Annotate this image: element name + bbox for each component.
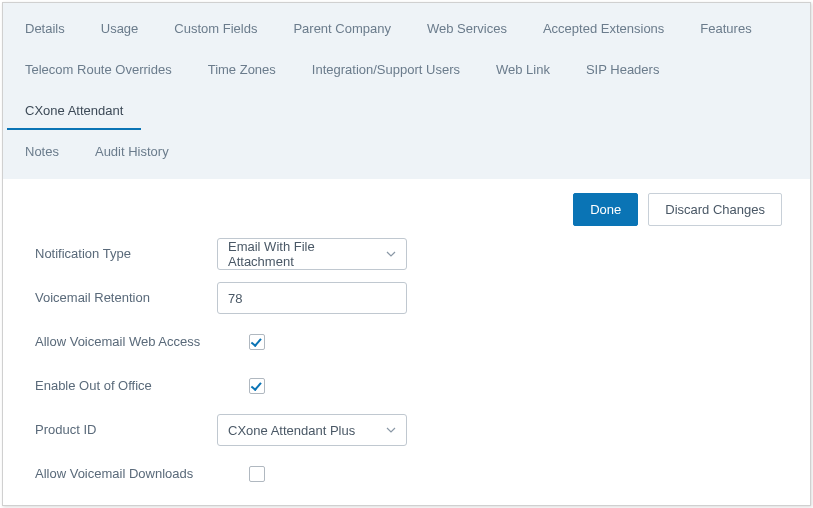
row-allow-downloads: Allow Voicemail Downloads xyxy=(35,456,800,492)
tab-sip-headers[interactable]: SIP Headers xyxy=(568,52,677,89)
row-voicemail-retention: Voicemail Retention 78 xyxy=(35,280,800,316)
tabs-row-2: Telecom Route Overrides Time Zones Integ… xyxy=(7,52,806,134)
input-voicemail-retention-value: 78 xyxy=(228,291,242,306)
label-voicemail-retention: Voicemail Retention xyxy=(35,290,217,307)
actions-row: Done Discard Changes xyxy=(3,179,810,232)
label-allow-web-access: Allow Voicemail Web Access xyxy=(35,334,217,351)
tab-details[interactable]: Details xyxy=(7,11,83,48)
tab-integration-support-users[interactable]: Integration/Support Users xyxy=(294,52,478,89)
row-notify-missed: Notify Missed Calls xyxy=(35,500,800,508)
input-voicemail-retention[interactable]: 78 xyxy=(217,282,407,314)
config-panel: Details Usage Custom Fields Parent Compa… xyxy=(2,2,811,506)
row-notification-type: Notification Type Email With File Attach… xyxy=(35,236,800,272)
tab-accepted-extensions[interactable]: Accepted Extensions xyxy=(525,11,682,48)
label-notification-type: Notification Type xyxy=(35,246,217,263)
chevron-down-icon xyxy=(386,427,396,433)
checkbox-allow-web-access[interactable] xyxy=(249,334,265,350)
tab-web-link[interactable]: Web Link xyxy=(478,52,568,89)
tab-telecom-route-overrides[interactable]: Telecom Route Overrides xyxy=(7,52,190,89)
tab-time-zones[interactable]: Time Zones xyxy=(190,52,294,89)
label-product-id: Product ID xyxy=(35,422,217,439)
select-notification-type-value: Email With File Attachment xyxy=(228,239,376,269)
checkbox-allow-downloads[interactable] xyxy=(249,466,265,482)
tabs-row-3: Notes Audit History xyxy=(7,134,806,175)
tab-custom-fields[interactable]: Custom Fields xyxy=(156,11,275,48)
done-button[interactable]: Done xyxy=(573,193,638,226)
select-notification-type[interactable]: Email With File Attachment xyxy=(217,238,407,270)
row-allow-web-access: Allow Voicemail Web Access xyxy=(35,324,800,360)
tabs-row-1: Details Usage Custom Fields Parent Compa… xyxy=(7,11,806,52)
label-enable-ooo: Enable Out of Office xyxy=(35,378,217,395)
select-product-id-value: CXone Attendant Plus xyxy=(228,423,355,438)
row-enable-ooo: Enable Out of Office xyxy=(35,368,800,404)
cxone-attendant-form: Notification Type Email With File Attach… xyxy=(3,232,810,508)
tabs-container: Details Usage Custom Fields Parent Compa… xyxy=(3,3,810,179)
tab-audit-history[interactable]: Audit History xyxy=(77,134,187,171)
chevron-down-icon xyxy=(386,251,396,257)
label-allow-downloads: Allow Voicemail Downloads xyxy=(35,466,217,483)
tab-notes[interactable]: Notes xyxy=(7,134,77,171)
tab-web-services[interactable]: Web Services xyxy=(409,11,525,48)
tab-usage[interactable]: Usage xyxy=(83,11,157,48)
tab-cxone-attendant[interactable]: CXone Attendant xyxy=(7,93,141,130)
select-product-id[interactable]: CXone Attendant Plus xyxy=(217,414,407,446)
row-product-id: Product ID CXone Attendant Plus xyxy=(35,412,800,448)
discard-changes-button[interactable]: Discard Changes xyxy=(648,193,782,226)
checkbox-enable-ooo[interactable] xyxy=(249,378,265,394)
tab-features[interactable]: Features xyxy=(682,11,769,48)
tab-parent-company[interactable]: Parent Company xyxy=(275,11,409,48)
